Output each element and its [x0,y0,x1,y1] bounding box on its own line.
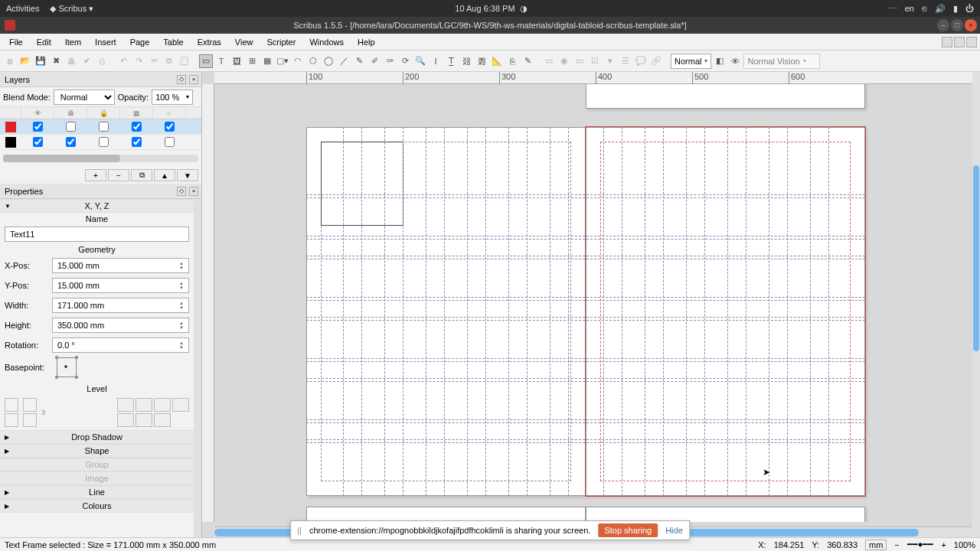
notification-icon[interactable]: ◑ [520,4,528,14]
layers-undock-button[interactable]: ◇ [177,75,186,84]
mdi-close-button[interactable] [966,37,977,47]
menu-edit[interactable]: Edit [31,36,57,48]
lock-button[interactable] [117,413,134,427]
eyedropper-icon[interactable]: ✎ [521,54,534,68]
new-icon[interactable]: 🗎 [3,54,17,68]
props-vscroll[interactable] [194,199,201,537]
layer-flow-check[interactable] [132,137,142,147]
copyprops-icon[interactable]: ⎘ [505,54,519,68]
page-left[interactable] [306,127,586,496]
flipv-button[interactable] [23,413,37,427]
layer-lock-check[interactable] [99,137,109,147]
spiral-tool-icon[interactable]: ◯ [322,54,335,68]
edit-text-icon[interactable]: T̲ [444,54,458,68]
shape-section[interactable]: ▶Shape [0,444,194,458]
layer-down-button[interactable]: ▼ [177,169,198,181]
zoom-tool-icon[interactable]: 🔍 [413,54,427,68]
pdf-text-icon[interactable]: ▭ [573,54,586,68]
table-tool-icon[interactable]: ▦ [260,54,274,68]
save-icon[interactable]: 💾 [34,54,47,68]
calligraphy-tool-icon[interactable]: ✑ [383,54,397,68]
page-prev-right[interactable] [586,84,865,109]
edit-contents-icon[interactable]: I [429,54,443,68]
menu-item-menu[interactable]: Item [59,36,87,48]
menu-scripter[interactable]: Scripter [260,36,302,48]
render-tool-icon[interactable]: ⊞ [245,54,259,68]
blendmode-select[interactable]: Normal [54,90,115,105]
lang-indicator[interactable]: en [905,4,914,13]
layer-visible-check[interactable] [33,122,43,132]
paste-icon[interactable]: 📋 [178,54,191,68]
select-tool-icon[interactable]: ▭ [199,54,213,68]
zoom-out-button[interactable]: − [894,540,899,549]
cms-toggle-icon[interactable]: ◧ [713,54,727,68]
bezier-tool-icon[interactable]: ✎ [352,54,366,68]
power-icon[interactable]: ⏻ [965,4,974,13]
freehand-tool-icon[interactable]: ✐ [368,54,381,68]
open-icon[interactable]: 📂 [18,54,32,68]
stop-sharing-button[interactable]: Stop sharing [598,523,658,537]
layer-print-check[interactable] [66,137,76,147]
layer-row[interactable] [0,135,201,150]
volume-icon[interactable]: 🔊 [935,4,946,14]
pdf-list-icon[interactable]: ☰ [619,54,632,68]
measure-tool-icon[interactable]: 📐 [490,54,504,68]
object-name-input[interactable]: Text11 [5,227,189,242]
properties-panel-header[interactable]: Properties ◇ × [0,184,201,199]
rotate-tool-icon[interactable]: ⟳ [398,54,412,68]
zoom-slider[interactable]: ━━●━━ [907,540,934,549]
level-down-button[interactable] [154,398,171,412]
hide-sharing-button[interactable]: Hide [665,526,683,535]
mdi-min-button[interactable] [942,37,952,47]
pdf-radio-icon[interactable]: ◉ [557,54,571,68]
activities-button[interactable]: Activities [6,4,39,14]
props-close-button[interactable]: × [189,187,198,196]
layer-visible-check[interactable] [33,137,43,147]
horizontal-ruler[interactable]: 100 200 300 400 500 600 [214,72,980,84]
minimize-button[interactable]: – [937,19,949,31]
line-tool-icon[interactable]: ／ [337,54,351,68]
page-next-left[interactable] [306,507,586,522]
line-section[interactable]: ▶Line [0,485,194,499]
textframe-tool-icon[interactable]: T [214,54,228,68]
pdf-link-icon[interactable]: 🔗 [649,54,663,68]
layer-flow-check[interactable] [132,122,142,132]
preflight-icon[interactable]: ✔ [80,54,93,68]
layers-panel-header[interactable]: Layers ◇ × [0,72,201,87]
ypos-input[interactable]: 15.000 mm▲▼ [52,278,189,293]
pdf-pushbutton-icon[interactable]: ▭ [542,54,556,68]
menu-windows[interactable]: Windows [303,36,350,48]
layers-close-button[interactable]: × [189,75,198,84]
pdf-check-icon[interactable]: ☑ [588,54,602,68]
dropshadow-section[interactable]: ▶Drop Shadow [0,430,194,444]
layer-print-check[interactable] [66,122,76,132]
layer-outline-check[interactable] [165,122,175,132]
pdf-combo-icon[interactable]: ▾ [603,54,617,68]
shape-tool-icon[interactable]: ▢▾ [276,54,289,68]
close-button[interactable]: × [965,19,977,31]
page-next-right[interactable] [586,507,865,522]
polygon-tool-icon[interactable]: ⬠ [306,54,320,68]
layer-row[interactable] [0,119,201,135]
selected-text-frame[interactable] [321,142,403,226]
props-undock-button[interactable]: ◇ [177,187,186,196]
print-icon[interactable]: 🖶 [64,54,78,68]
xyz-section-header[interactable]: ▼X, Y, Z [0,199,194,213]
menu-file[interactable]: File [3,36,29,48]
cut-icon[interactable]: ✂ [147,54,161,68]
pdf-icon[interactable]: ⎙ [95,54,109,68]
canvas-vscroll[interactable] [972,72,980,537]
layers-hscroll[interactable] [3,155,198,162]
menu-help[interactable]: Help [351,36,381,48]
opacity-spinner[interactable]: 100 % [152,90,193,105]
arc-tool-icon[interactable]: ◠ [291,54,305,68]
ungroup-button[interactable] [5,413,18,427]
preview-toggle-icon[interactable]: 👁 [728,54,742,68]
colours-section[interactable]: ▶Colours [0,499,194,513]
menu-view[interactable]: View [229,36,260,48]
group-button[interactable] [5,398,18,412]
width-input[interactable]: 171.000 mm▲▼ [52,298,189,313]
close-doc-icon[interactable]: ✖ [49,54,63,68]
fliph-button[interactable] [23,398,37,412]
noprint-button[interactable] [154,413,171,427]
